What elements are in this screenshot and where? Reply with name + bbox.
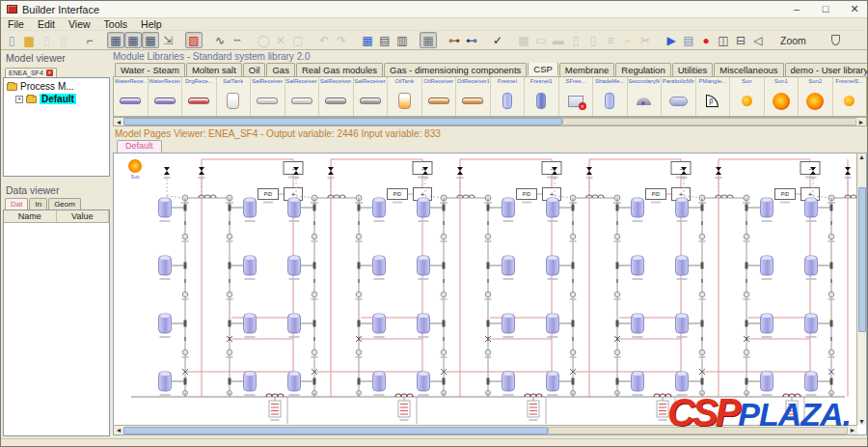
scroll-left-icon[interactable]: ◄: [114, 119, 123, 126]
module-parabolicmirror[interactable]: ParabolicMirror: [662, 77, 696, 116]
canvas-hscroll-thumb[interactable]: [123, 427, 548, 434]
module-secondarymi-[interactable]: SecondaryMi...: [628, 77, 663, 116]
announce-button[interactable]: ◁: [749, 32, 767, 48]
window-layout-3-button[interactable]: ▦: [142, 32, 159, 48]
scroll-down-icon[interactable]: ▼: [857, 418, 867, 425]
library-tab-real-gas-modules[interactable]: Real Gas modules: [296, 63, 383, 76]
window-layout-1-button[interactable]: ▦: [107, 32, 124, 48]
palette-scroll-thumb[interactable]: [123, 118, 562, 126]
menu-edit[interactable]: Edit: [31, 18, 62, 30]
module-fresnel[interactable]: Fresnel: [491, 77, 526, 116]
loop-group-6[interactable]: [805, 159, 858, 397]
library-tab-gas[interactable]: Gas: [266, 63, 294, 76]
tile-vertical-button[interactable]: ⊟: [732, 32, 749, 48]
module-oilreceiver[interactable]: OilReceiver: [422, 77, 457, 116]
sort-modules-button[interactable]: ⇲: [159, 32, 176, 48]
library-tab-demo-user-library[interactable]: demo - User library: [785, 63, 867, 76]
library-tab-water-steam[interactable]: Water - Steam: [115, 63, 185, 76]
tree-item-default[interactable]: + Default: [7, 93, 109, 105]
menu-help[interactable]: Help: [134, 18, 169, 30]
module-sun[interactable]: Sun: [730, 77, 765, 116]
connection-tool-button[interactable]: ∿: [211, 32, 229, 48]
title-bar[interactable]: Builder Interface –□✕: [1, 1, 868, 18]
module-sun2[interactable]: Sun2: [799, 77, 833, 116]
angle-icon: [706, 95, 719, 107]
paste-doc-button: ▯: [55, 32, 72, 48]
module-saltank[interactable]: SalTank: [217, 77, 252, 116]
stop-simulation-button[interactable]: ●: [697, 32, 715, 48]
module-pmangle-[interactable]: PMangle...: [696, 77, 731, 116]
library-tab-regulation[interactable]: Regulation: [615, 63, 670, 76]
link-output-button[interactable]: ⊷: [463, 32, 480, 48]
tab-enea-sf4[interactable]: ENEA_SF4 ✕: [5, 68, 57, 77]
table-view-button[interactable]: ▤: [376, 32, 393, 48]
close-button[interactable]: ✕: [840, 2, 868, 17]
scroll-left-icon[interactable]: ◄: [114, 427, 123, 433]
loop-group-3[interactable]: -PID+: [418, 159, 562, 424]
module-shademe-[interactable]: ShadeMe...: [593, 77, 628, 116]
window-icon: [568, 96, 583, 107]
grid-view-button[interactable]: ▦: [359, 32, 376, 48]
module-drgrece-[interactable]: DrgRece...: [182, 77, 217, 116]
library-tab-oil[interactable]: Oil: [243, 63, 266, 76]
loop-group-5[interactable]: -PID+: [676, 159, 821, 424]
dashed-link-tool-button[interactable]: ╌: [229, 32, 246, 48]
copy-results-button[interactable]: ▤: [680, 32, 697, 48]
library-tab-molten-salt[interactable]: Molten salt: [186, 63, 242, 76]
snap-grid-button[interactable]: ▦: [420, 32, 437, 48]
loop-group-2[interactable]: -PID+: [288, 159, 433, 424]
module-salreceiver1[interactable]: SalReceiver1: [285, 77, 320, 116]
library-tab-membrane[interactable]: Membrane: [559, 63, 614, 76]
window-layout-2-button[interactable]: ▦: [124, 32, 142, 48]
maximize-button[interactable]: □: [811, 2, 840, 17]
run-simulation-button[interactable]: ▶: [663, 32, 680, 48]
scroll-up-icon[interactable]: ▲: [857, 154, 867, 160]
canvas-vscroll-thumb[interactable]: [858, 187, 866, 332]
highlight-tool-button[interactable]: ▨: [185, 32, 203, 48]
data-tab-dat[interactable]: Dat: [5, 198, 28, 210]
export-tree-button[interactable]: ⌐: [81, 32, 98, 48]
module-oiltank[interactable]: OilTank: [388, 77, 422, 116]
link-input-button[interactable]: ⊶: [446, 32, 463, 48]
sun-component[interactable]: Sun: [128, 159, 142, 180]
library-tab-utilities[interactable]: Utilities: [672, 63, 714, 76]
table-export-button[interactable]: ▥: [393, 32, 411, 48]
module-fresnels-[interactable]: FresnelS...: [833, 77, 868, 116]
module-salreceiverd-[interactable]: SalReceiverD...: [354, 77, 389, 116]
module-sfres-[interactable]: SFres...: [559, 77, 594, 116]
palette-scroll-track[interactable]: [562, 118, 856, 126]
loop-group-1[interactable]: -PID+: [159, 159, 304, 424]
tile-horizontal-button[interactable]: ◫: [715, 32, 732, 48]
pill-icon: [120, 98, 141, 104]
module-salreceiver-[interactable]: SalReceiver...: [319, 77, 354, 116]
tree-item-process-model[interactable]: Process M...: [7, 80, 109, 93]
tab-default-page[interactable]: Default: [117, 140, 162, 153]
menu-view[interactable]: View: [62, 18, 97, 30]
schematic-diagram[interactable]: Sun-PID+-PID+-PID+-PID+-PID+: [114, 154, 857, 425]
data-tab-geom[interactable]: Geom: [48, 198, 81, 210]
expander-icon[interactable]: +: [15, 96, 23, 103]
module-salreceiver[interactable]: SalReceiver: [251, 77, 285, 116]
menu-tools[interactable]: Tools: [97, 18, 135, 30]
scroll-right-icon[interactable]: ►: [856, 119, 866, 126]
validate-button[interactable]: ✓: [489, 32, 506, 48]
tab-close-icon[interactable]: ✕: [46, 70, 53, 76]
model-canvas[interactable]: Sun-PID+-PID+-PID+-PID+-PID+ ▲ ▼ ◄ ► CSP…: [113, 153, 867, 435]
cyl-icon: [536, 93, 546, 109]
module-waterreceiv-[interactable]: WaterReceiv...: [149, 77, 183, 116]
open-model-button[interactable]: ▆: [20, 32, 38, 48]
module-waterrece-[interactable]: WaterRece...: [114, 77, 149, 116]
minimize-button[interactable]: –: [782, 2, 811, 17]
module-fresnel1[interactable]: Fresnel1: [525, 77, 559, 116]
canvas-vscrollbar[interactable]: ▲ ▼: [856, 154, 866, 425]
library-tab-gas-dimensioning-components[interactable]: Gas - dimensioning components: [384, 63, 527, 76]
module-oilreceiver1[interactable]: OilReceiver1: [456, 77, 491, 116]
library-tab-miscellaneous[interactable]: Miscellaneous: [714, 63, 783, 76]
loop-group-4[interactable]: -PID+: [547, 159, 692, 424]
module-sun1[interactable]: Sun1: [765, 77, 800, 116]
menu-file[interactable]: File: [1, 18, 31, 30]
palette-scrollbar[interactable]: ◄ ►: [113, 117, 867, 126]
new-model-button[interactable]: ▯: [3, 32, 20, 48]
data-tab-in[interactable]: In: [29, 198, 47, 210]
library-tab-csp[interactable]: CSP: [528, 63, 558, 75]
